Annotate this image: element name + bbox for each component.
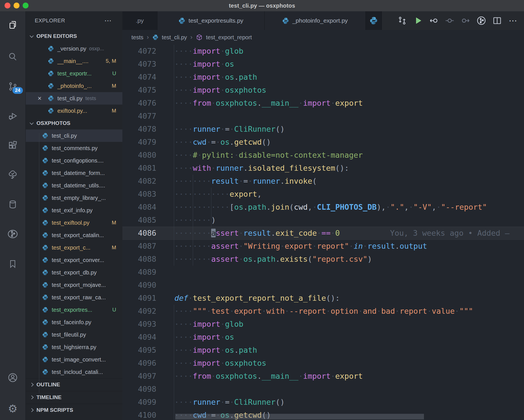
code-line[interactable]: 4079····cwd·=·os.getcwd() (122, 136, 524, 149)
code-line[interactable]: 4099····runner·=·CliRunner() (122, 396, 524, 409)
code-line[interactable]: 4094····import·os (122, 331, 524, 344)
maximize-window-button[interactable] (23, 3, 29, 8)
bookmarks-icon[interactable] (0, 253, 25, 275)
run-tests-icon[interactable] (412, 15, 424, 27)
compare-changes-icon[interactable] (396, 15, 408, 27)
tree-file-item[interactable]: test_configoptions.... (26, 154, 122, 167)
sidebar-section-timeline[interactable]: TIMELINE (26, 391, 122, 404)
code-line[interactable]: 4075····import·osxphotos (122, 84, 524, 97)
todo-tree-icon[interactable] (0, 164, 25, 185)
tree-file-item[interactable]: test_exportres...U (26, 304, 122, 316)
code-line[interactable]: 4089 (122, 266, 524, 279)
tab-partial[interactable]: .py (122, 11, 157, 30)
code-line[interactable]: 4096····import·osxphotos (122, 357, 524, 370)
code-line[interactable]: 4076····from·osxphotos.__main__·import·e… (122, 97, 524, 110)
database-icon[interactable] (0, 194, 25, 215)
split-editor-icon[interactable] (491, 15, 503, 27)
code-line[interactable]: 4090 (122, 279, 524, 292)
tree-file-item[interactable]: test_incloud_catali... (26, 366, 122, 378)
current-change-icon[interactable] (444, 15, 456, 27)
search-icon[interactable] (0, 46, 25, 67)
code-line[interactable]: 4097····from·osxphotos.__main__·import·e… (122, 370, 524, 383)
tree-file-item[interactable]: test_image_convert... (26, 353, 122, 366)
code-editor[interactable]: 4072····import·glob4073····import·os4074… (122, 45, 524, 420)
code-line[interactable]: 4074····import·os.path (122, 71, 524, 84)
horizontal-scrollbar[interactable] (175, 414, 424, 419)
python-file-icon (42, 220, 48, 226)
breadcrumb-folder[interactable]: tests (131, 34, 143, 41)
code-line[interactable]: 4085········) (122, 214, 524, 227)
sidebar-more-actions-icon[interactable]: ⋯ (104, 16, 112, 25)
gitlens-commit-graph-icon[interactable] (475, 15, 487, 27)
tree-file-item[interactable]: test_export_catalin... (26, 229, 122, 241)
close-window-button[interactable] (5, 3, 10, 8)
code-line[interactable]: 4087········assert·"Writing·export·repor… (122, 240, 524, 253)
explorer-icon[interactable] (0, 14, 25, 36)
source-control-icon[interactable]: 24 (0, 76, 25, 97)
breadcrumb-file[interactable]: test_cli.py (162, 34, 187, 41)
run-debug-icon[interactable] (0, 105, 25, 127)
code-line[interactable]: 4078····runner·=·CliRunner() (122, 123, 524, 136)
tree-file-item[interactable]: test_datetime_utils.... (26, 179, 122, 192)
code-line[interactable]: 4091def·test_export_report_not_a_file(): (122, 292, 524, 305)
python-file-icon (282, 17, 289, 24)
code-line[interactable]: 4072····import·glob (122, 45, 524, 58)
open-editor-item[interactable]: _version.pyosxp... (26, 42, 122, 55)
tree-file-item[interactable]: test_export_mojave... (26, 279, 122, 291)
open-editor-item[interactable]: _photoinfo_...M (26, 80, 122, 92)
account-icon[interactable] (0, 367, 25, 388)
code-line[interactable]: 4080····#·pylint:·disable=not-context-ma… (122, 149, 524, 162)
python-file-icon (48, 58, 54, 64)
tree-file-item[interactable]: test_export_c...M (26, 241, 122, 254)
minimize-window-button[interactable] (14, 3, 20, 8)
tree-file-item[interactable]: test_export_conver... (26, 254, 122, 266)
open-editor-item[interactable]: exiftool.py...M (26, 105, 122, 117)
python-file-icon (48, 70, 54, 77)
code-line[interactable]: 4077 (122, 110, 524, 123)
code-line[interactable]: 4098 (122, 383, 524, 396)
tree-file-item[interactable]: test_fileutil.py (26, 328, 122, 341)
git-status-badge: 5, M (106, 58, 116, 64)
code-line[interactable]: 4093····import·glob (122, 318, 524, 331)
tree-file-item[interactable]: test_datetime_form... (26, 167, 122, 179)
code-line[interactable]: 4082········result·=·runner.invoke( (122, 175, 524, 188)
open-editor-item[interactable]: ×test_cli.pytests (26, 92, 122, 105)
breadcrumb-symbol[interactable]: test_export_report (206, 34, 252, 41)
tree-file-item[interactable]: test_comments.py (26, 142, 122, 154)
code-line[interactable]: 4095····import·os.path (122, 344, 524, 357)
code-line[interactable]: 4088········assert·os.path.exists("repor… (122, 253, 524, 266)
gitlens-graph-icon[interactable] (0, 223, 25, 245)
project-section-header[interactable]: OSXPHOTOS (26, 117, 122, 129)
code-line[interactable]: 4092····"""·test·export·with·--report·op… (122, 305, 524, 318)
sidebar-section-outline[interactable]: OUTLINE (26, 378, 122, 391)
open-editors-section-header[interactable]: OPEN EDITORS (26, 30, 122, 42)
tree-file-item[interactable]: test_cli.py (26, 129, 122, 142)
tree-file-item[interactable]: test_highsierra.py (26, 341, 122, 353)
open-editor-item[interactable]: test_exportr...U (26, 67, 122, 80)
tab-active-icon-only[interactable] (366, 11, 382, 30)
code-line[interactable]: 4086········assert·result.exit_code·==·0… (122, 227, 524, 240)
tree-file-item[interactable]: test_export_db.py (26, 266, 122, 279)
code-line[interactable]: 4073····import·os (122, 58, 524, 71)
tree-file-item[interactable]: test_exiftool.pyM (26, 217, 122, 229)
tree-file-item[interactable]: test_exif_info.py (26, 204, 122, 217)
sidebar-section-npm-scripts[interactable]: NPM SCRIPTS (26, 404, 122, 416)
tab-test-exportresults[interactable]: test_exportresults.py (157, 11, 265, 30)
code-line[interactable]: 4084············[os.path.join(cwd,·CLI_P… (122, 201, 524, 214)
code-line[interactable]: 4083············export, (122, 188, 524, 201)
previous-change-icon[interactable] (428, 15, 440, 27)
tree-file-item[interactable]: test_export_raw_ca... (26, 291, 122, 304)
open-editor-item[interactable]: __main__....5, M (26, 55, 122, 67)
next-change-icon[interactable] (460, 15, 471, 27)
tab-photoinfo-export[interactable]: _photoinfo_export.py (265, 11, 366, 30)
tree-file-item[interactable]: test_empty_library_... (26, 192, 122, 204)
code-line[interactable]: 4081····with·runner.isolated_filesystem(… (122, 162, 524, 175)
scm-pending-badge: 24 (12, 87, 23, 94)
vscode-window: test_cli.py — osxphotos 24 (0, 0, 524, 420)
extensions-icon[interactable] (0, 135, 25, 156)
python-file-icon (42, 182, 48, 189)
settings-gear-icon[interactable]: ⚙ (0, 398, 25, 419)
close-icon[interactable]: × (38, 94, 42, 102)
more-actions-icon[interactable]: ⋯ (507, 15, 519, 27)
tree-file-item[interactable]: test_faceinfo.py (26, 316, 122, 328)
